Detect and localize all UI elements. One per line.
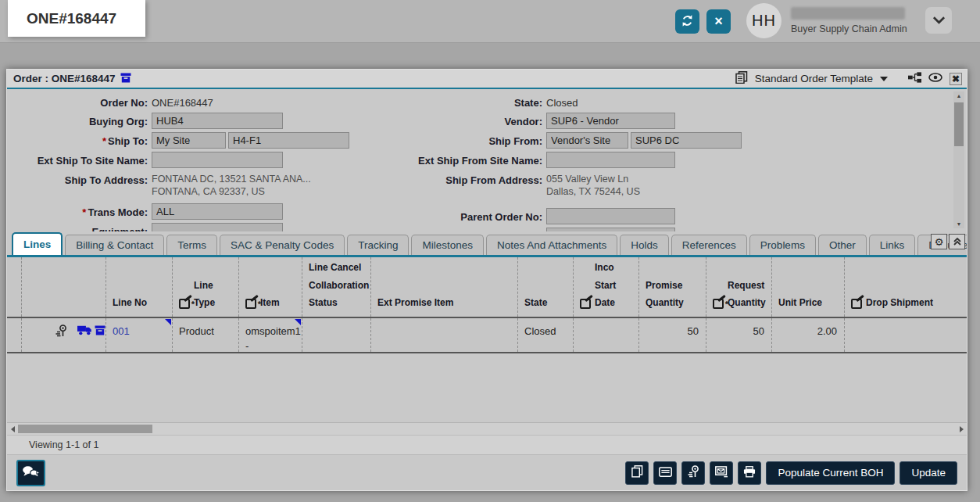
form-row-ship-to-address: Ship To Address: FONTANA DC, 13521 SANTA… — [7, 171, 374, 198]
grid-settings-button[interactable]: ⚙ — [931, 234, 947, 249]
form-row-equipment: Equipment: — [7, 223, 374, 232]
form-row-state: State: Closed — [382, 94, 820, 109]
ship-from-site-input[interactable] — [631, 132, 742, 149]
ext-ship-from-input[interactable] — [546, 152, 675, 168]
tab-holds[interactable]: Holds — [620, 235, 669, 255]
tab-notes-attachments[interactable]: Notes And Attachments — [486, 235, 617, 255]
ship-from-type-input[interactable] — [546, 132, 628, 149]
horizontal-scroll-thumb[interactable] — [18, 425, 152, 433]
col-header-line-type[interactable]: * Line Type — [173, 257, 239, 317]
order-no-label: Order No: — [7, 94, 152, 109]
eye-icon[interactable] — [928, 73, 942, 84]
row-select-cell[interactable] — [7, 318, 22, 352]
ship-to-type-input[interactable] — [152, 132, 226, 149]
vendor-input[interactable] — [546, 113, 675, 129]
edit-required-icon: * — [245, 299, 256, 309]
scroll-right-icon[interactable] — [957, 424, 966, 434]
hierarchy-icon[interactable] — [908, 72, 921, 85]
col-header-unit-price[interactable]: Unit Price — [772, 257, 845, 317]
equipment-input[interactable] — [152, 223, 283, 232]
tab-bar: Lines Billing & Contact Terms SAC & Pena… — [7, 231, 967, 257]
col-header-state[interactable]: State — [518, 257, 574, 317]
tab-problems[interactable]: Problems — [749, 235, 816, 255]
vertical-scroll-thumb[interactable] — [954, 102, 964, 146]
form-left-column: Order No: ONE#168447 Buying Org: *Ship T… — [7, 94, 374, 231]
template-caret-icon[interactable] — [880, 77, 888, 81]
refresh-button[interactable] — [675, 9, 699, 34]
ext-ship-to-input[interactable] — [152, 152, 283, 168]
update-button[interactable]: Update — [900, 461, 957, 485]
copy-button[interactable] — [625, 461, 649, 485]
breadcrumb-label: ONE#168447 — [27, 10, 116, 27]
archive-icon[interactable] — [120, 73, 131, 85]
footer-actions: Populate Current BOH Update — [625, 461, 957, 485]
form-row-buying-org: Buying Org: — [7, 113, 374, 129]
print-button[interactable] — [738, 461, 761, 485]
template-selector-label[interactable]: Standard Order Template — [755, 73, 873, 84]
tab-milestones[interactable]: Milestones — [411, 235, 484, 255]
ship-from-address-value: 055 Valley View Ln Dallas, TX 75244, US — [546, 171, 640, 198]
tab-tools: ⚙ — [931, 234, 965, 249]
grid-horizontal-scrollbar[interactable] — [7, 422, 967, 435]
ship-from-label: Ship From: — [382, 132, 546, 148]
archive-icon[interactable] — [95, 325, 106, 339]
col-header-request-inco-date[interactable]: Request Inco Start Date — [574, 257, 639, 317]
col-header-actions — [22, 257, 106, 317]
avatar[interactable]: HH — [746, 3, 781, 38]
cell-request-quantity: 50 — [706, 318, 772, 352]
ship-to-site-input[interactable] — [228, 132, 349, 149]
close-session-button[interactable]: × — [706, 9, 731, 34]
buying-org-input[interactable] — [152, 113, 283, 129]
tab-links[interactable]: Links — [869, 235, 916, 255]
form-row-ship-from-address: Ship From Address: 055 Valley View Ln Da… — [382, 171, 820, 198]
milestone-button[interactable] — [681, 461, 705, 485]
col-header-line-no[interactable]: Line No — [106, 257, 173, 317]
col-header-request-quantity[interactable]: * Request Quantity — [706, 257, 772, 317]
email-button[interactable] — [710, 461, 733, 485]
collapse-panel-button[interactable] — [949, 234, 965, 249]
form-row-ext-ship-from: Ext Ship From Site Name: — [382, 152, 820, 168]
tab-references[interactable]: References — [671, 235, 747, 255]
line-no-link[interactable]: 001 — [113, 325, 130, 337]
status-bar: Viewing 1-1 of 1 — [7, 435, 967, 454]
tab-terms[interactable]: Terms — [166, 235, 217, 255]
cell-line-cancel-status — [302, 318, 371, 352]
col-header-promise-quantity[interactable]: Promise Quantity — [639, 257, 706, 317]
order-no-value: ONE#168447 — [152, 94, 213, 109]
trans-mode-label: *Trans Mode: — [7, 203, 152, 219]
panel-close-button[interactable]: ✖ — [950, 73, 962, 85]
milestone-icon[interactable] — [55, 325, 67, 340]
col-header-ext-promise-item[interactable]: Ext Promise Item — [371, 257, 518, 317]
cell-item: omspoitem1 - omspoitem1 — [239, 318, 302, 352]
chevron-down-icon — [932, 15, 946, 27]
scroll-up-icon[interactable]: ▲ — [953, 93, 964, 99]
scroll-down-icon[interactable]: ▼ — [953, 221, 964, 227]
tab-billing-contact[interactable]: Billing & Contact — [65, 235, 164, 255]
viewing-count: Viewing 1-1 of 1 — [29, 439, 98, 450]
scroll-left-icon[interactable] — [8, 424, 17, 434]
tab-lines[interactable]: Lines — [12, 232, 63, 255]
form-vertical-scrollbar[interactable]: ▲ ▼ — [953, 91, 964, 228]
parent-order-input[interactable] — [546, 208, 675, 224]
user-menu-button[interactable] — [925, 7, 952, 34]
copy-pages-icon — [631, 465, 643, 480]
cell-promise-quantity: 50 — [639, 318, 706, 352]
gear-icon: ⚙ — [935, 236, 944, 248]
cell-request-inco-date — [574, 318, 639, 352]
truck-icon[interactable] — [77, 325, 92, 339]
tab-sac-penalty-codes[interactable]: SAC & Penalty Codes — [220, 235, 345, 255]
trans-mode-input[interactable] — [152, 203, 283, 220]
col-header-item[interactable]: * Item — [239, 257, 302, 317]
breadcrumb[interactable]: ONE#168447 — [8, 0, 145, 37]
tab-tracking[interactable]: Tracking — [347, 235, 409, 255]
ship-from-address-label: Ship From Address: — [382, 171, 546, 187]
col-header-drop-shipment[interactable]: Drop Shipment — [845, 257, 967, 317]
cell-ext-promise-item — [371, 318, 518, 352]
col-header-line-cancel-status[interactable]: Line Cancel Collaboration Status — [302, 257, 371, 317]
app-screen: ONE#168447 × HH Buyer Supply Chain Admin — [0, 0, 980, 502]
tab-other[interactable]: Other — [818, 235, 867, 255]
chat-button[interactable] — [16, 460, 45, 486]
summary-card-button[interactable] — [653, 461, 677, 485]
edit-icon — [851, 299, 862, 309]
populate-current-boh-button[interactable]: Populate Current BOH — [766, 461, 895, 485]
